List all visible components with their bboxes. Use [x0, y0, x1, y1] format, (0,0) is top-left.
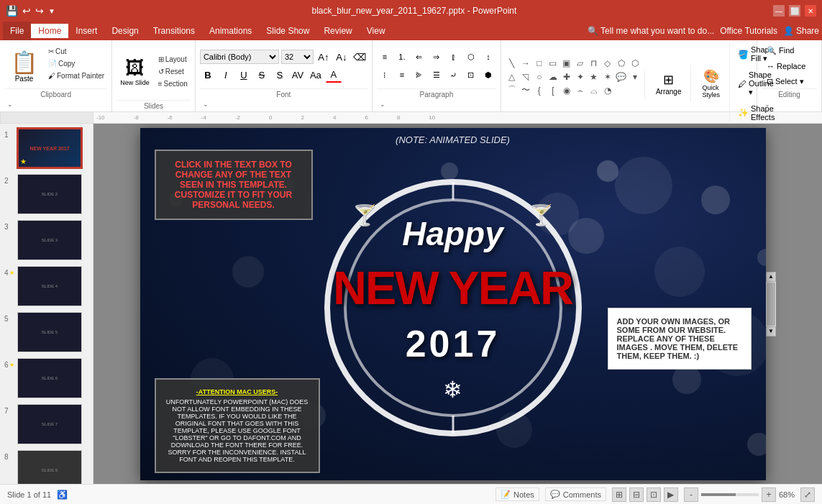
shape-oval[interactable]: ○ [533, 70, 546, 83]
bullets-button[interactable]: ≡ [377, 49, 393, 65]
shape-hexagon[interactable]: ⬡ [629, 57, 641, 70]
restore-button[interactable]: ⬜ [789, 5, 800, 17]
increase-indent-button[interactable]: ⇒ [429, 49, 444, 65]
menu-insert[interactable]: Insert [68, 24, 104, 38]
shape-chord[interactable]: ⌓ [588, 84, 600, 97]
align-left-button[interactable]: ⫶ [377, 67, 393, 83]
clear-format-button[interactable]: ⌫ [352, 49, 367, 65]
slide-thumb-8[interactable]: 8 SLIDE 8 [3, 449, 90, 484]
font-size-select[interactable]: 32 [281, 50, 314, 64]
shape-triangle[interactable]: △ [506, 70, 519, 83]
menu-animations[interactable]: Animations [202, 24, 259, 38]
line-spacing-button[interactable]: ↕ [480, 49, 496, 65]
share-button[interactable]: 👤 Share [783, 26, 819, 36]
menu-view[interactable]: View [360, 24, 393, 38]
menu-file[interactable]: File [3, 22, 31, 40]
menu-review[interactable]: Review [316, 24, 359, 38]
undo-icon[interactable]: ↩ [22, 5, 31, 17]
shape-arc[interactable]: ⌢ [574, 84, 587, 97]
shape-cross[interactable]: ✚ [560, 70, 573, 83]
menu-home[interactable]: Home [31, 24, 68, 38]
minimize-button[interactable]: — [773, 5, 785, 17]
menu-design[interactable]: Design [104, 24, 145, 38]
shape-callout[interactable]: 💬 [615, 70, 628, 83]
quick-access-dropdown[interactable]: ▼ [48, 7, 55, 15]
slideshow-view-button[interactable]: ▶ [664, 487, 678, 502]
font-decrease-button[interactable]: A↓ [334, 49, 350, 65]
normal-view-button[interactable]: ⊞ [612, 487, 626, 502]
change-case-button[interactable]: Aa [308, 67, 324, 83]
shape-pie[interactable]: ◔ [601, 84, 614, 97]
columns-button[interactable]: ⫿ [446, 49, 462, 65]
accessibility-icon[interactable]: ♿ [57, 490, 68, 500]
shape-brace[interactable]: { [533, 84, 546, 97]
vertical-scrollbar[interactable]: ▲ ▼ [766, 272, 776, 336]
slide-thumb-2[interactable]: 2 SLIDE 2 [3, 173, 90, 216]
comments-button[interactable]: 💬 Comments [545, 487, 606, 501]
select-button[interactable]: ⊡ Select ▾ [762, 75, 810, 88]
italic-button[interactable]: I [218, 67, 234, 83]
scroll-up-button[interactable]: ▲ [766, 272, 776, 282]
scroll-down-button[interactable]: ▼ [766, 326, 776, 336]
shape-bracket[interactable]: [ [547, 84, 560, 97]
underline-button[interactable]: U [236, 67, 252, 83]
shape-pentagon[interactable]: ⬠ [615, 57, 628, 70]
shape-rect2[interactable]: ▣ [560, 57, 573, 70]
menu-transitions[interactable]: Transitions [146, 24, 202, 38]
reset-button[interactable]: ↺ Reset [155, 66, 191, 77]
shape-arrow[interactable]: → [519, 57, 532, 70]
font-color-button[interactable]: A [326, 67, 342, 83]
save-icon[interactable]: 💾 [6, 5, 18, 17]
find-button[interactable]: 🔍 Find [762, 44, 810, 58]
scroll-thumb[interactable] [767, 283, 775, 326]
smart-art-button[interactable]: ⬡ [463, 49, 479, 65]
fit-slide-button[interactable]: ⤢ [800, 487, 815, 502]
slide-thumb-5[interactable]: 5 SLIDE 5 [3, 311, 90, 354]
shape-star6[interactable]: ✶ [601, 70, 614, 83]
bold-button[interactable]: B [200, 67, 216, 83]
shape-donut[interactable]: ◉ [560, 84, 573, 97]
arrange-button[interactable]: ⊞ Arrange [649, 68, 688, 99]
reading-view-button[interactable]: ⊡ [647, 487, 661, 502]
text-direction-button[interactable]: ⤾ [446, 67, 462, 83]
shadow-button[interactable]: S [272, 67, 288, 83]
replace-button[interactable]: ↔ Replace [762, 60, 810, 73]
shape-trapezoid[interactable]: ⊓ [588, 57, 600, 70]
quick-styles-button[interactable]: 🎨 Quick Styles [695, 65, 726, 102]
notes-button[interactable]: 📝 Notes [496, 487, 539, 501]
shape-curve[interactable]: ⌒ [506, 84, 519, 97]
align-text-button[interactable]: ⊡ [463, 67, 479, 83]
shape-line[interactable]: ╲ [506, 57, 519, 70]
shape-star4[interactable]: ✦ [574, 70, 587, 83]
slide-thumb-3[interactable]: 3 SLIDE 3 [3, 219, 90, 262]
font-expand-icon[interactable]: ⌄ [200, 98, 211, 110]
section-button[interactable]: ≡ Section [155, 78, 191, 89]
shape-rounded-rect[interactable]: ▭ [547, 57, 560, 70]
images-textbox[interactable]: ADD YOUR OWN IMAGES, OR SOME FROM OUR WE… [608, 308, 752, 370]
shape-parallelogram[interactable]: ▱ [574, 57, 587, 70]
slide-thumb-4[interactable]: 4★ SLIDE 4 [3, 265, 90, 308]
shape-rtriangle[interactable]: ◹ [519, 70, 532, 83]
zoom-slider[interactable] [701, 493, 759, 496]
paragraph-expand-icon[interactable]: ⌄ [377, 98, 388, 110]
zoom-in-button[interactable]: + [762, 487, 776, 502]
shape-star5[interactable]: ★ [588, 70, 600, 83]
shape-rect[interactable]: □ [533, 57, 546, 70]
align-center-button[interactable]: ≡ [394, 67, 410, 83]
shape-diamond[interactable]: ◇ [601, 57, 614, 70]
new-slide-button[interactable]: 🖼 New Slide [117, 53, 153, 90]
slide-thumb-6[interactable]: 6★ SLIDE 6 [3, 357, 90, 400]
editing-expand-icon[interactable]: ⌄ [762, 98, 773, 110]
font-name-select[interactable]: Calibri (Body) [200, 50, 279, 64]
redo-icon[interactable]: ↪ [35, 5, 44, 17]
shape-cloud[interactable]: ☁ [547, 70, 560, 83]
format-painter-button[interactable]: 🖌 Format Painter [45, 70, 107, 81]
slide-thumb-1[interactable]: 1 NEW YEAR 2017 ★ [3, 127, 90, 170]
strikethrough-button[interactable]: S [254, 67, 270, 83]
justify-button[interactable]: ☰ [429, 67, 444, 83]
font-increase-button[interactable]: A↑ [316, 49, 332, 65]
shape-freeform[interactable]: 〜 [519, 84, 532, 97]
cut-button[interactable]: ✂ Cut [45, 46, 107, 57]
slide-thumb-7[interactable]: 7 SLIDE 7 [3, 403, 90, 446]
paste-button[interactable]: 📋 Paste [4, 46, 44, 86]
